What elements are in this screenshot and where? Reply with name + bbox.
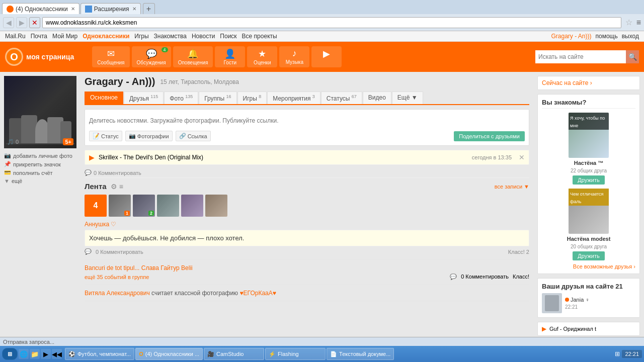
tab-main[interactable]: Основное [85, 92, 123, 104]
sitenav-mailru[interactable]: Mail.Ru [5, 33, 26, 40]
nav-music[interactable]: ♪ Музыка [279, 46, 309, 67]
tab-games[interactable]: Игры 8 [237, 92, 267, 104]
bookmark-btn[interactable]: ☆ [625, 18, 632, 27]
tab-friends[interactable]: Друзья 115 [124, 92, 164, 104]
online-avatar[interactable] [542, 293, 562, 313]
photo-post-link[interactable]: ♥ЕГОрКааА♥ [239, 290, 276, 297]
sitenav-allprojects[interactable]: Все проекты [242, 33, 277, 40]
group-likes[interactable]: Класс! [513, 274, 529, 280]
ie-icon[interactable]: 🌐 [19, 349, 29, 359]
help-link[interactable]: помощь [595, 33, 617, 40]
tab-groups[interactable]: Группы 16 [199, 92, 236, 104]
group-link-1[interactable]: Bancuri de tot tipul... [85, 264, 139, 272]
back-icon[interactable]: ◀◀ [52, 349, 62, 359]
menu-btn[interactable]: ≡ [636, 18, 641, 27]
stop-btn[interactable]: ✕ [29, 17, 40, 28]
music-label: Музыка [286, 59, 303, 65]
football-icon: ⚽ [68, 351, 75, 357]
taskbar-cam[interactable]: 🎥 CamStudio [204, 348, 264, 360]
ok-taskbar-icon: О [139, 351, 143, 357]
nav-ratings[interactable]: ★ Оценки [247, 46, 277, 67]
friend-photo-1[interactable]: Я хочу, чтобы по мне [569, 113, 609, 158]
friend-photo-2[interactable]: Чем отличается фаль [569, 189, 609, 234]
feed-photo-1[interactable]: 1 [109, 195, 131, 217]
feed-photo-main[interactable]: 4 [85, 195, 107, 217]
link-btn[interactable]: 🔗 Ссылка [176, 131, 211, 141]
nav-messages[interactable]: ✉ Сообщения [92, 46, 129, 67]
media-icon[interactable]: ▶ [41, 349, 51, 359]
sitenav-pochta[interactable]: Почта [31, 33, 47, 40]
tab-close-btn[interactable]: ✕ [71, 6, 75, 12]
group-more-link[interactable]: ещё 35 событий в группе [85, 274, 149, 280]
nav-guests[interactable]: 👤 Гости [215, 46, 245, 67]
tab-events[interactable]: Мероприятия 3 [267, 92, 320, 104]
search-input[interactable] [535, 50, 626, 63]
add-money-label: пополнить счёт [13, 170, 53, 176]
tab-statuses[interactable]: Статусы 67 [321, 92, 362, 104]
forward-btn[interactable]: ▶ [16, 17, 27, 28]
profile-name: Gragary - An))) [85, 76, 155, 87]
now-playing-close[interactable]: ✕ [519, 153, 525, 161]
group-comment-count[interactable]: 0 Комментировать [461, 274, 509, 280]
tab-close-btn[interactable]: ✕ [132, 6, 136, 12]
profile-photo[interactable]: 🎵 0 5+ [4, 76, 76, 148]
address-bar[interactable] [42, 17, 621, 28]
add-photo-action[interactable]: 📷 добавить личные фото [4, 151, 76, 160]
taskbar-doc[interactable]: 📄 Текстовый докуме... [327, 348, 394, 360]
user-name-link[interactable]: Gragary - An))) [551, 33, 591, 40]
add-money-action[interactable]: 💳 пополнить счёт [4, 168, 76, 177]
taskbar-flash[interactable]: ⚡ Flashing [265, 348, 326, 360]
nav-discussions[interactable]: 4 💬 Обсуждения [132, 46, 171, 67]
friend-add-btn-2[interactable]: Дружить [573, 251, 604, 260]
comment-text[interactable]: 0 Комментировать [94, 170, 141, 176]
taskbar-ok[interactable]: О (4) Одноклассники ... [135, 348, 203, 360]
group-link-3[interactable]: Belii [181, 264, 193, 272]
feed-all-link[interactable]: все записи ▼ [495, 184, 529, 190]
feed-photo-3[interactable] [157, 195, 179, 217]
more-action[interactable]: ▼ ещё [4, 177, 76, 185]
folder-icon[interactable]: 📁 [30, 349, 40, 359]
sort-icon: ≡ [119, 183, 123, 191]
all-friends-link[interactable]: Все возможные друзья › [542, 263, 635, 269]
photo-post-author[interactable]: Витяла Александрович [85, 290, 150, 297]
search-button[interactable]: 🔍 [626, 50, 639, 63]
comment-count-1[interactable]: 0 Комментировать [96, 249, 143, 255]
tab-photos[interactable]: Фото 135 [164, 92, 198, 104]
pin-badge-action[interactable]: 📌 прикрепить значок [4, 160, 76, 168]
feed-photo-4[interactable] [181, 195, 203, 217]
sitenav-news[interactable]: Новости [192, 33, 215, 40]
status-btn[interactable]: 📝 Статус [89, 131, 122, 141]
tab-extensions[interactable]: Расширения ✕ [80, 3, 141, 14]
tab-video[interactable]: Видео [363, 92, 391, 104]
sitenav-ok[interactable]: Одноклассники [83, 33, 129, 40]
feed-photo-5[interactable] [205, 195, 227, 217]
friend-add-btn-1[interactable]: Дружить [573, 175, 604, 185]
back-btn[interactable]: ◀ [3, 17, 14, 28]
tab-more[interactable]: Ещё ▼ [392, 92, 423, 104]
feed-photo-2[interactable]: 2 [133, 195, 155, 217]
sitenav-dating[interactable]: Знакомства [154, 33, 187, 40]
sitenav-games[interactable]: Игры [134, 33, 148, 40]
nav-video[interactable]: ▶ [311, 46, 342, 67]
feed-item-3: Витяла Александрович считает классной фо… [85, 290, 529, 301]
site-online-link[interactable]: Сейчас на сайте › [542, 79, 592, 86]
post-input[interactable] [89, 114, 525, 128]
sitenav-moimir[interactable]: Мой Мир [52, 33, 77, 40]
show-desktop-icon[interactable]: ⊞ [615, 350, 620, 357]
feed-author-1[interactable]: Аннушка ♡ [85, 221, 529, 228]
group-link-2[interactable]: Слава Гайтур [141, 264, 180, 272]
ok-logo[interactable]: О [5, 48, 23, 66]
now-playing-right-title[interactable]: Guf - Ориджинал t [549, 326, 596, 332]
mypage-label[interactable]: моя страница [26, 53, 74, 61]
nav-notifications[interactable]: 🔔 Оповещения [173, 46, 213, 67]
share-btn[interactable]: Поделиться с друзьями [454, 131, 525, 141]
like-count-1[interactable]: Класс! 2 [508, 249, 529, 255]
taskbar-football[interactable]: ⚽ Футбол, чемпионат... [65, 348, 134, 360]
new-tab-btn[interactable]: + [143, 3, 155, 14]
logout-link[interactable]: выход [622, 33, 639, 40]
tab-odnoklassniki[interactable]: (4) Одноклассники ✕ [2, 3, 79, 14]
start-button[interactable]: ⊞ [2, 348, 18, 360]
sitenav-search[interactable]: Поиск [220, 33, 236, 40]
photo-btn[interactable]: 📷 Фотографии [125, 131, 173, 141]
friend-distinguish: Чем отличается фаль [570, 192, 604, 204]
